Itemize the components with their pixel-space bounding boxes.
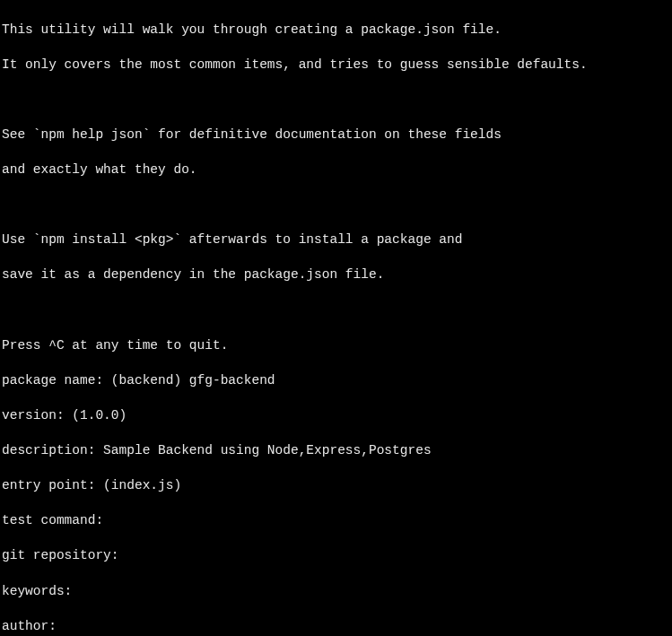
blank-line xyxy=(2,91,670,109)
prompt-test-command: test command: xyxy=(2,512,670,530)
intro-line: Use `npm install <pkg>` afterwards to in… xyxy=(2,231,670,249)
blank-line xyxy=(2,302,670,320)
quit-instruction: Press ^C at any time to quit. xyxy=(2,337,670,355)
prompt-entry-point: entry point: (index.js) xyxy=(2,477,670,495)
prompt-description: description: Sample Backend using Node,E… xyxy=(2,442,670,460)
intro-line: and exactly what they do. xyxy=(2,161,670,179)
terminal-output[interactable]: This utility will walk you through creat… xyxy=(2,4,670,636)
intro-line: See `npm help json` for definitive docum… xyxy=(2,126,670,144)
prompt-version: version: (1.0.0) xyxy=(2,407,670,425)
prompt-git-repository: git repository: xyxy=(2,547,670,565)
blank-line xyxy=(2,196,670,214)
prompt-keywords: keywords: xyxy=(2,583,670,601)
intro-line: This utility will walk you through creat… xyxy=(2,22,670,39)
prompt-package-name: package name: (backend) gfg-backend xyxy=(2,372,670,390)
intro-line: It only covers the most common items, an… xyxy=(2,57,670,74)
prompt-author: author: xyxy=(2,618,670,636)
intro-line: save it as a dependency in the package.j… xyxy=(2,266,670,284)
